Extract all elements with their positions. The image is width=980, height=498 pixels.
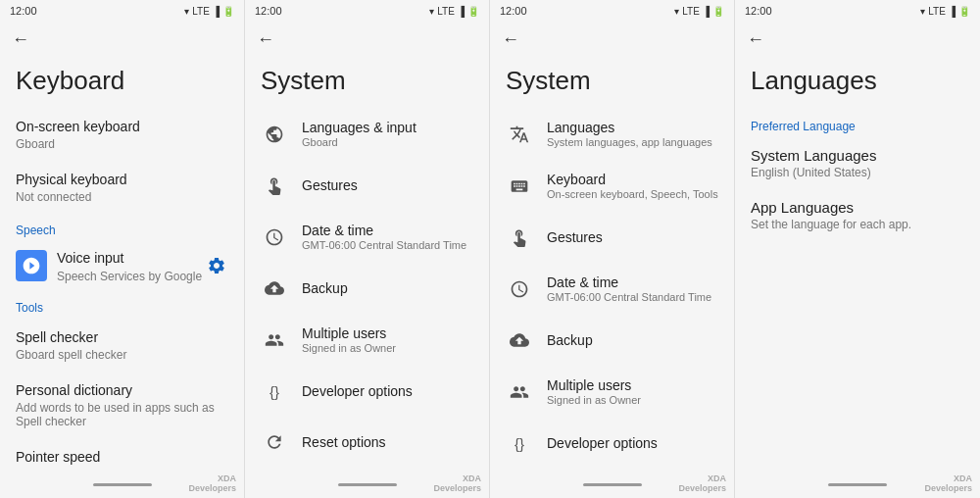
bottom-bar-1: XDA Developers bbox=[0, 471, 244, 498]
signal-icon-3: ▐ bbox=[703, 6, 710, 17]
spell-checker-sub: Gboard spell checker bbox=[16, 348, 228, 362]
personal-dictionary-item[interactable]: Personal dictionary Add words to be used… bbox=[0, 372, 244, 438]
languages-title-2: Languages bbox=[547, 120, 718, 135]
battery-icon-3: 🔋 bbox=[712, 6, 724, 17]
system-languages-title: System Languages bbox=[751, 147, 964, 164]
gestures-item-1[interactable]: Gestures bbox=[245, 160, 489, 211]
battery-icon-2: 🔋 bbox=[467, 6, 479, 17]
xda-text-4b: Developers bbox=[887, 484, 972, 494]
wifi-icon-3: ▾ bbox=[674, 6, 679, 17]
languages-input-item[interactable]: Languages & input Gboard bbox=[245, 108, 489, 160]
time-4: 12:00 bbox=[745, 5, 772, 17]
home-indicator-3 bbox=[583, 483, 642, 486]
clock-icon-2 bbox=[506, 275, 533, 303]
app-languages-title: App Languages bbox=[751, 199, 964, 216]
reset-icon-1 bbox=[261, 428, 288, 456]
multiusers-sub-1: Signed in as Owner bbox=[302, 342, 473, 354]
back-button-3[interactable]: ← bbox=[490, 22, 734, 58]
app-languages-item[interactable]: App Languages Set the language for each … bbox=[735, 189, 980, 241]
xda-badge-1: XDA Developers bbox=[152, 474, 237, 494]
datetime-title-2: Date & time bbox=[547, 274, 718, 290]
multiusers-title-1: Multiple users bbox=[302, 325, 473, 341]
status-bar-3: 12:00 ▾ LTE ▐ 🔋 bbox=[490, 0, 734, 22]
languages-title: Languages bbox=[735, 58, 980, 108]
languages-content: Preferred Language System Languages Engl… bbox=[735, 108, 980, 471]
battery-icon: 🔋 bbox=[222, 6, 234, 17]
reset-text-1: Reset options bbox=[302, 434, 473, 450]
battery-icon-4: 🔋 bbox=[958, 6, 970, 17]
system2-screen: 12:00 ▾ LTE ▐ 🔋 ← System Languages Syste… bbox=[490, 0, 735, 498]
backup-text-2: Backup bbox=[547, 332, 718, 348]
datetime-title-1: Date & time bbox=[302, 223, 473, 238]
physical-keyboard-title: Physical keyboard bbox=[16, 171, 228, 188]
system-languages-sub: English (United States) bbox=[751, 166, 964, 179]
backup-item-2[interactable]: Backup bbox=[490, 315, 734, 366]
developer-item-2[interactable]: {} Developer options bbox=[490, 418, 734, 469]
physical-keyboard-item[interactable]: Physical keyboard Not connected bbox=[0, 161, 244, 214]
gestures-text-1: Gestures bbox=[302, 177, 473, 193]
people-icon-2 bbox=[506, 378, 533, 406]
gestures-item-2[interactable]: Gestures bbox=[490, 212, 734, 263]
backup-icon-2 bbox=[506, 326, 533, 354]
developer-title-1: Developer options bbox=[302, 383, 473, 399]
status-bar-2: 12:00 ▾ LTE ▐ 🔋 bbox=[245, 0, 489, 22]
languages-text-2: Languages System languages, app language… bbox=[547, 120, 718, 148]
languages-sub-2: System languages, app languages bbox=[547, 136, 718, 148]
home-indicator-1 bbox=[93, 483, 152, 486]
system1-screen: 12:00 ▾ LTE ▐ 🔋 ← System Languages & inp… bbox=[245, 0, 490, 498]
voice-input-item[interactable]: Voice input Speech Services by Google bbox=[0, 241, 244, 290]
gestures-title-1: Gestures bbox=[302, 177, 473, 193]
datetime-item-2[interactable]: Date & time GMT-06:00 Central Standard T… bbox=[490, 263, 734, 315]
wifi-icon-2: ▾ bbox=[429, 6, 434, 17]
xda-text-1b: Developers bbox=[152, 484, 237, 494]
developer-item-1[interactable]: {} Developer options bbox=[245, 366, 489, 417]
xda-text-2b: Developers bbox=[397, 484, 482, 494]
keyboard-sub-2: On-screen keyboard, Speech, Tools bbox=[547, 188, 718, 200]
backup-item-1[interactable]: Backup bbox=[245, 263, 489, 314]
onscreen-keyboard-title: On-screen keyboard bbox=[16, 118, 228, 135]
languages-input-text: Languages & input Gboard bbox=[302, 120, 473, 148]
spell-checker-item[interactable]: Spell checker Gboard spell checker bbox=[0, 319, 244, 372]
lte-label: LTE bbox=[192, 6, 210, 17]
system-languages-item[interactable]: System Languages English (United States) bbox=[735, 137, 980, 189]
time-3: 12:00 bbox=[500, 5, 527, 17]
backup-icon-1 bbox=[261, 274, 288, 302]
status-icons-1: ▾ LTE ▐ 🔋 bbox=[184, 6, 234, 17]
personal-dict-title: Personal dictionary bbox=[16, 381, 228, 399]
voice-input-text: Voice input Speech Services by Google bbox=[57, 249, 205, 282]
bottom-bar-3: XDA Developers bbox=[490, 471, 734, 498]
multiusers-text-2: Multiple users Signed in as Owner bbox=[547, 377, 718, 406]
pointer-speed-title: Pointer speed bbox=[16, 448, 228, 466]
multiusers-item-2[interactable]: Multiple users Signed in as Owner bbox=[490, 366, 734, 418]
languages-item-2[interactable]: Languages System languages, app language… bbox=[490, 108, 734, 160]
pointer-speed-item[interactable]: Pointer speed bbox=[0, 438, 244, 471]
onscreen-keyboard-item[interactable]: On-screen keyboard Gboard bbox=[0, 108, 244, 161]
app-languages-sub: Set the language for each app. bbox=[751, 218, 964, 231]
physical-keyboard-sub: Not connected bbox=[16, 190, 228, 204]
languages-screen: 12:00 ▾ LTE ▐ 🔋 ← Languages Preferred La… bbox=[735, 0, 980, 498]
voice-input-icon bbox=[16, 250, 47, 281]
multiusers-item-1[interactable]: Multiple users Signed in as Owner bbox=[245, 314, 489, 366]
multiusers-sub-2: Signed in as Owner bbox=[547, 394, 718, 406]
back-button-2[interactable]: ← bbox=[245, 22, 489, 58]
status-icons-4: ▾ LTE ▐ 🔋 bbox=[920, 6, 970, 17]
tools-section-label: Tools bbox=[0, 291, 244, 319]
gestures-title-2: Gestures bbox=[547, 229, 718, 245]
voice-settings-gear-icon[interactable] bbox=[205, 254, 228, 277]
developer-text-1: Developer options bbox=[302, 383, 473, 399]
datetime-item-1[interactable]: Date & time GMT-06:00 Central Standard T… bbox=[245, 211, 489, 263]
signal-icon-4: ▐ bbox=[949, 6, 956, 17]
backup-text-1: Backup bbox=[302, 280, 473, 296]
keyboard-item-2[interactable]: Keyboard On-screen keyboard, Speech, Too… bbox=[490, 160, 734, 212]
keyboard-title: Keyboard bbox=[0, 58, 244, 108]
back-button-4[interactable]: ← bbox=[735, 22, 980, 58]
developer-title-2: Developer options bbox=[547, 435, 718, 451]
gesture-icon-2 bbox=[506, 224, 533, 251]
back-button-1[interactable]: ← bbox=[0, 22, 244, 58]
reset-item-1[interactable]: Reset options bbox=[245, 417, 489, 468]
system2-content: Languages System languages, app language… bbox=[490, 108, 734, 471]
lte-label-4: LTE bbox=[928, 6, 946, 17]
preferred-language-label: Preferred Language bbox=[735, 108, 980, 137]
gesture-icon-1 bbox=[261, 172, 288, 199]
languages-input-sub: Gboard bbox=[302, 136, 473, 148]
